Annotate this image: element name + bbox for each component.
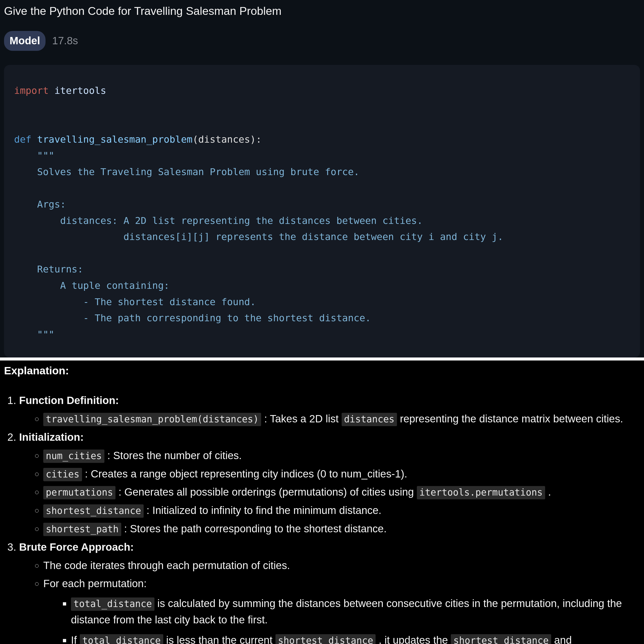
inline-code: cities (43, 468, 82, 481)
sub-list: The code iterates through each permutati… (19, 558, 640, 644)
code-doc-args-l2: distances[i][j] represents the distance … (14, 231, 503, 242)
code-fn-name: travelling_salesman_problem (31, 134, 193, 145)
list-item-heading: Function Definition: (19, 394, 119, 406)
inline-code: permutations (43, 486, 115, 499)
text: , it updates the (376, 634, 451, 644)
inline-code: distances (342, 413, 397, 426)
pane-divider (0, 357, 644, 360)
code-block[interactable]: import itertools def travelling_salesman… (4, 65, 640, 358)
text: : Stores the path corresponding to the s… (121, 523, 387, 535)
text: : Stores the number of cities. (104, 450, 242, 461)
sub-list-item: permutations : Generates all possible or… (43, 485, 640, 500)
inline-code: total_distance (71, 597, 154, 611)
inline-code: total_distance (80, 634, 163, 644)
prompt-title: Give the Python Code for Travelling Sale… (4, 0, 640, 31)
sub-list-item: num_cities : Stores the number of cities… (43, 448, 640, 463)
sub-list-item: travelling_salesman_problem(distances) :… (43, 412, 640, 426)
code-doc-ret-l2: - The shortest distance found. (14, 296, 256, 307)
list-item: Brute Force Approach: The code iterates … (19, 540, 640, 644)
square-list-item: total_distance is calculated by summing … (71, 595, 640, 628)
explanation-pane: Explanation: Function Definition: travel… (0, 360, 644, 644)
code-docstring-close: """ (14, 329, 54, 340)
text: . (545, 486, 551, 498)
square-list-item: If total_distance is less than the curre… (71, 632, 640, 644)
code-kw-def: def (14, 134, 31, 145)
code-doc-args-hdr: Args: (14, 199, 66, 210)
code-doc-args-l1: distances: A 2D list representing the di… (14, 215, 423, 226)
model-latency: 17.8s (52, 33, 78, 48)
list-item: Function Definition: travelling_salesman… (19, 393, 640, 426)
sub-list-item: cities : Creates a range object represen… (43, 467, 640, 481)
sub-list: num_cities : Stores the number of cities… (19, 448, 640, 536)
sub-list-item: shortest_distance : Initialized to infin… (43, 503, 640, 518)
text: : Creates a range object representing ci… (82, 468, 407, 480)
list-item-heading: Initialization: (19, 431, 84, 443)
code-doc-ret-l1: A tuple containing: (14, 280, 170, 291)
square-sub-list: total_distance is calculated by summing … (43, 595, 640, 644)
top-pane: Give the Python Code for Travelling Sale… (0, 0, 644, 357)
sub-list-item: The code iterates through each permutati… (43, 558, 640, 573)
list-item-heading: Brute Force Approach: (19, 541, 134, 553)
inline-code: itertools.permutations (417, 486, 545, 499)
sub-list-item: For each permutation: total_distance is … (43, 576, 640, 644)
code-docstring-open: """ (14, 150, 54, 161)
text: The code iterates through each permutati… (43, 559, 290, 571)
model-meta-row: Model 17.8s (4, 31, 640, 65)
code-fn-params: (distances): (192, 134, 262, 145)
sub-list: travelling_salesman_problem(distances) :… (19, 412, 640, 426)
text: and (551, 634, 572, 644)
code-kw-import: import (14, 85, 49, 96)
text: If (71, 634, 80, 644)
text: : Takes a 2D list (261, 413, 341, 425)
inline-code: shortest_path (43, 523, 121, 536)
inline-code: shortest_distance (275, 634, 376, 644)
explanation-header: Explanation: (4, 360, 640, 393)
model-badge[interactable]: Model (4, 31, 46, 51)
code-import-module: itertools (49, 85, 106, 96)
inline-code: shortest_distance (43, 504, 144, 518)
list-item: Initialization: num_cities : Stores the … (19, 430, 640, 536)
text: : Initialized to infinity to find the mi… (144, 504, 381, 516)
text: representing the distance matrix between… (397, 413, 623, 425)
sub-list-item: shortest_path : Stores the path correspo… (43, 521, 640, 536)
code-doc-ret-l3: - The path corresponding to the shortest… (14, 312, 371, 324)
text: is less than the current (163, 634, 275, 644)
explanation-list: Function Definition: travelling_salesman… (4, 393, 640, 644)
text: : Generates all possible orderings (perm… (115, 486, 417, 498)
inline-code: shortest_distance (451, 634, 551, 644)
text: For each permutation: (43, 578, 147, 589)
code-doc-ret-hdr: Returns: (14, 264, 83, 275)
code-doc-line: Solves the Traveling Salesman Problem us… (14, 166, 359, 177)
inline-code: travelling_salesman_problem(distances) (43, 413, 261, 426)
inline-code: num_cities (43, 450, 104, 463)
